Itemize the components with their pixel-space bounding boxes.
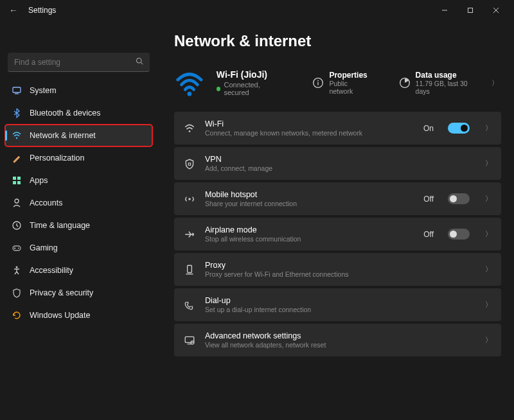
chevron-right-icon: 〉: [485, 159, 492, 168]
sidebar-item-label: Time & language: [30, 221, 90, 230]
connection-status: Connected, secured: [217, 81, 285, 96]
svg-rect-1: [468, 8, 473, 13]
sidebar-item-label: Privacy & security: [30, 288, 93, 297]
hotspot-card[interactable]: Mobile hotspotShare your internet connec…: [174, 182, 501, 215]
connection-name: Wi-Fi (JioJi): [217, 69, 285, 80]
info-icon: [312, 77, 324, 89]
apps-icon: [12, 175, 22, 186]
chevron-right-icon: 〉: [485, 265, 492, 274]
sidebar-item-label: Accessibility: [30, 266, 73, 275]
wifi-status-icon: [174, 67, 205, 99]
page-title: Network & internet: [174, 32, 501, 50]
airplane-toggle[interactable]: [448, 229, 470, 240]
advanced-icon: [183, 335, 196, 346]
wifi-toggle[interactable]: [448, 123, 470, 134]
svg-point-25: [188, 198, 190, 200]
svg-line-5: [141, 62, 143, 64]
chevron-right-icon: 〉: [485, 194, 492, 204]
status-more-button[interactable]: 〉: [492, 78, 501, 88]
airplane-state-label: Off: [423, 230, 434, 239]
maximize-button[interactable]: [457, 0, 483, 21]
vpn-icon: [183, 158, 196, 170]
proxy-card[interactable]: ProxyProxy server for Wi-Fi and Ethernet…: [174, 253, 501, 286]
svg-point-17: [16, 267, 18, 268]
svg-rect-12: [17, 181, 21, 184]
connected-dot-icon: [217, 87, 221, 91]
svg-point-18: [188, 92, 192, 96]
accessibility-icon: [12, 265, 22, 276]
privacy-icon: [12, 288, 22, 298]
sidebar-item-accounts[interactable]: Accounts: [5, 192, 152, 214]
svg-point-23: [189, 130, 191, 132]
svg-rect-10: [17, 177, 21, 180]
sidebar-item-label: Apps: [30, 176, 48, 185]
svg-point-13: [15, 199, 19, 203]
properties-link[interactable]: Properties Public network: [312, 71, 370, 95]
wifi-card[interactable]: Wi-FiConnect, manage known networks, met…: [174, 112, 501, 144]
sidebar-item-gaming[interactable]: Gaming: [5, 237, 152, 259]
dialup-icon: [183, 299, 196, 311]
vpn-card[interactable]: VPNAdd, connect, manage 〉: [174, 147, 501, 180]
svg-rect-9: [13, 177, 16, 180]
svg-rect-11: [13, 181, 16, 184]
sidebar-item-label: Bluetooth & devices: [30, 109, 101, 118]
sidebar-item-network[interactable]: Network & internet: [5, 125, 152, 146]
chevron-right-icon: 〉: [485, 123, 492, 133]
sidebar-item-label: Accounts: [30, 198, 62, 207]
minimize-button[interactable]: [432, 0, 457, 21]
gaming-icon: [12, 243, 22, 253]
update-icon: [12, 310, 22, 320]
sidebar-item-label: Network & internet: [30, 131, 96, 140]
proxy-icon: [183, 264, 196, 276]
sidebar-item-system[interactable]: System: [5, 80, 152, 101]
wifi-state-label: On: [423, 124, 434, 133]
sidebar-item-bluetooth[interactable]: Bluetooth & devices: [5, 102, 152, 124]
sidebar-item-accessibility[interactable]: Accessibility: [5, 259, 152, 281]
svg-rect-26: [188, 265, 192, 272]
back-button[interactable]: ←: [8, 5, 19, 15]
sidebar: System Bluetooth & devices Network & int…: [0, 21, 157, 420]
main-content: Network & internet Wi-Fi (JioJi) Connect…: [157, 21, 514, 420]
system-icon: [12, 85, 22, 96]
search-input[interactable]: [14, 58, 136, 67]
chevron-right-icon: 〉: [485, 229, 492, 239]
accounts-icon: [12, 198, 22, 208]
svg-point-16: [18, 248, 19, 249]
window-title: Settings: [28, 6, 56, 15]
hotspot-state-label: Off: [423, 195, 434, 204]
chevron-right-icon: 〉: [485, 300, 492, 310]
svg-point-8: [16, 137, 18, 139]
sidebar-item-label: System: [30, 86, 57, 95]
airplane-icon: [183, 229, 196, 240]
sidebar-item-label: Personalization: [30, 153, 84, 162]
wifi-icon: [183, 123, 196, 134]
svg-rect-6: [13, 87, 21, 92]
sidebar-item-update[interactable]: Windows Update: [5, 304, 152, 326]
sidebar-item-time[interactable]: Time & language: [5, 214, 152, 236]
sidebar-item-apps[interactable]: Apps: [5, 170, 152, 191]
airplane-card[interactable]: Airplane modeStop all wireless communica…: [174, 218, 501, 250]
time-icon: [12, 220, 22, 231]
hotspot-icon: [183, 193, 196, 205]
svg-rect-28: [185, 337, 194, 342]
network-status: Wi-Fi (JioJi) Connected, secured Propert…: [174, 62, 501, 112]
svg-point-4: [137, 58, 142, 64]
network-icon: [12, 130, 22, 141]
data-usage-icon: [399, 77, 411, 89]
search-box[interactable]: [8, 53, 150, 72]
advanced-card[interactable]: Advanced network settingsView all networ…: [174, 324, 501, 356]
data-usage-link[interactable]: Data usage 11.79 GB, last 30 days: [399, 71, 480, 95]
personalization-icon: [12, 153, 22, 163]
search-icon: [136, 57, 143, 67]
sidebar-item-label: Gaming: [30, 243, 58, 252]
hotspot-toggle[interactable]: [448, 193, 470, 204]
sidebar-item-personalization[interactable]: Personalization: [5, 147, 152, 169]
sidebar-item-privacy[interactable]: Privacy & security: [5, 282, 152, 304]
dialup-card[interactable]: Dial-upSet up a dial-up internet connect…: [174, 288, 501, 321]
svg-point-20: [318, 80, 319, 82]
chevron-right-icon: 〉: [485, 335, 492, 345]
bluetooth-icon: [12, 108, 22, 118]
close-button[interactable]: [483, 0, 509, 21]
svg-rect-24: [188, 162, 190, 164]
sidebar-item-label: Windows Update: [30, 311, 91, 320]
